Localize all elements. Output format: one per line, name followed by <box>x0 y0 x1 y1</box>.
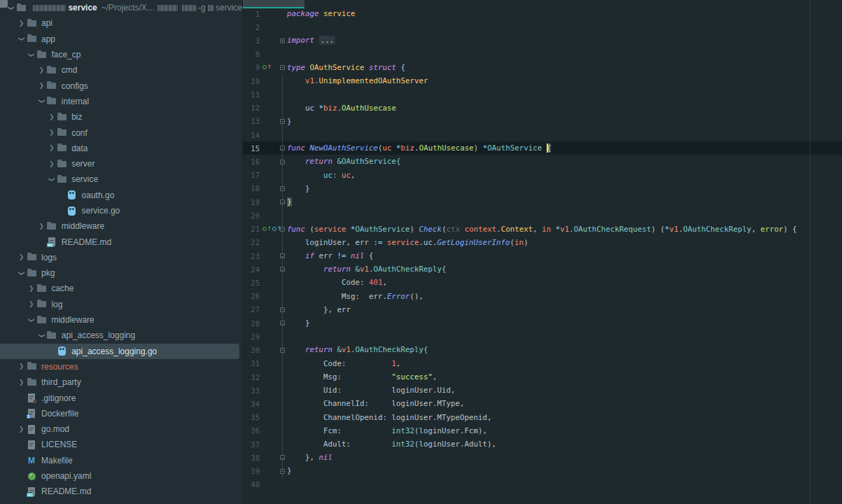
chevron-right-icon[interactable]: ❯ <box>37 83 46 89</box>
editor-tab-indicator[interactable] <box>243 0 304 8</box>
code-line-19[interactable]: 19} <box>243 195 842 209</box>
line-number[interactable]: 38 <box>243 454 261 462</box>
tree-item-readme-md[interactable]: ❯MDREADME.md <box>0 234 242 249</box>
code-line-32[interactable]: 32 Msg: "success", <box>243 370 842 384</box>
tree-item-third-party[interactable]: ❯third_party <box>0 374 242 390</box>
line-number[interactable]: 10 <box>243 77 261 85</box>
code-pane[interactable]: 1package service23import ...89↑type OAut… <box>243 7 842 491</box>
line-number[interactable]: 30 <box>243 346 261 354</box>
chevron-right-icon[interactable]: ❯ <box>47 114 56 120</box>
code-line-37[interactable]: 37 Adult: int32(loginUser.Adult), <box>243 438 842 451</box>
chevron-down-icon[interactable]: ❯ <box>48 175 55 184</box>
code-line-34[interactable]: 34 ChannelId: loginUser.MType, <box>243 397 842 410</box>
line-number[interactable]: 39 <box>243 467 261 475</box>
code-editor[interactable]: 1package service23import ...89↑type OAut… <box>243 0 842 504</box>
line-number[interactable]: 21 <box>243 225 261 233</box>
tree-item-resources[interactable]: ❯resources <box>0 359 242 374</box>
chevron-right-icon[interactable]: ❯ <box>37 223 46 230</box>
tree-item-service[interactable]: ❯service <box>0 172 242 187</box>
code-line-22[interactable]: 22 loginUser, err := service.uc.GetLogin… <box>243 236 842 249</box>
line-number[interactable]: 8 <box>243 50 261 58</box>
chevron-down-icon[interactable]: ❯ <box>8 4 14 13</box>
fold-collapse-icon[interactable] <box>280 267 285 272</box>
fold-collapse-icon[interactable] <box>280 186 285 191</box>
line-number[interactable]: 2 <box>243 23 261 31</box>
fold-collapse-icon[interactable] <box>280 227 285 232</box>
tree-item-dockerfile[interactable]: ❯DDockerfile <box>0 406 242 421</box>
code-line-38[interactable]: 38 }, nil <box>243 451 842 464</box>
code-line-26[interactable]: 26 Msg: err.Error(), <box>243 290 842 303</box>
code-line-36[interactable]: 36 Fcm: int32(loginUser.Fcm), <box>243 424 842 438</box>
code-line-21[interactable]: 21↑↑func (service *OAuthService) Check(c… <box>243 223 842 236</box>
tree-item-middleware[interactable]: ❯middleware <box>0 218 242 234</box>
tree-item-conf[interactable]: ❯conf <box>0 125 242 140</box>
code-line-29[interactable]: 29 <box>243 330 842 343</box>
line-number[interactable]: 1 <box>243 10 261 18</box>
line-number[interactable]: 18 <box>243 184 261 192</box>
tree-item-server[interactable]: ❯server <box>0 156 242 172</box>
tree-item-api-access-logging-go[interactable]: ❯api_access_logging.go <box>0 344 239 359</box>
line-number[interactable]: 24 <box>243 265 261 274</box>
line-number[interactable]: 27 <box>243 305 261 314</box>
fold-collapse-icon[interactable] <box>280 321 285 326</box>
line-number[interactable]: 20 <box>243 211 261 220</box>
fold-collapse-icon[interactable] <box>280 200 285 204</box>
tree-item-cache[interactable]: ❯cache <box>0 281 242 296</box>
tree-item-face-cp[interactable]: ❯face_cp <box>0 47 242 62</box>
line-number[interactable]: 26 <box>243 292 261 300</box>
tree-item-oauth-go[interactable]: ❯oauth.go <box>0 188 242 203</box>
code-line-23[interactable]: 23 if err != nil { <box>243 249 842 262</box>
tree-item-data[interactable]: ❯data <box>0 141 242 156</box>
tree-item-cmd[interactable]: ❯cmd <box>0 62 242 78</box>
code-line-13[interactable]: 13} <box>243 115 842 128</box>
code-line-11[interactable]: 11 <box>243 88 842 101</box>
chevron-down-icon[interactable]: ❯ <box>18 269 24 278</box>
chevron-right-icon[interactable]: ❯ <box>17 426 26 433</box>
line-number[interactable]: 28 <box>243 319 261 328</box>
code-line-18[interactable]: 18 } <box>243 182 842 195</box>
code-line-33[interactable]: 33 Uid: loginUser.Uid, <box>243 384 842 397</box>
line-number[interactable]: 35 <box>243 413 261 421</box>
line-number[interactable]: 15 <box>243 144 261 153</box>
line-number[interactable]: 37 <box>243 440 261 449</box>
tree-item--gitignore[interactable]: ❯.gitignore <box>0 390 242 405</box>
fold-collapse-icon[interactable] <box>280 65 285 70</box>
chevron-right-icon[interactable]: ❯ <box>27 301 36 307</box>
tree-item-readme-md[interactable]: ❯MDREADME.md <box>0 484 242 499</box>
line-number[interactable]: 33 <box>243 386 261 395</box>
chevron-down-icon[interactable]: ❯ <box>28 50 34 59</box>
code-line-30[interactable]: 30 return &v1.OAuthCheckReply{ <box>243 343 842 356</box>
code-line-14[interactable]: 14 <box>243 128 842 141</box>
code-line-17[interactable]: 17 uc: uc, <box>243 169 842 182</box>
project-root-row[interactable]: ❯service~/Projects/X… -gservice <box>0 0 242 15</box>
code-line-27[interactable]: 27 }, err <box>243 303 842 316</box>
code-line-40[interactable]: 40 <box>243 478 842 491</box>
tree-item-makefile[interactable]: ❯MMakefile <box>0 453 242 468</box>
code-line-15[interactable]: 15func NewOAuthService(uc *biz.OAuthUsec… <box>243 141 842 155</box>
line-number[interactable]: 31 <box>243 359 261 368</box>
code-line-12[interactable]: 12 uc *biz.OAuthUsecase <box>243 102 842 115</box>
tree-item-biz[interactable]: ❯biz <box>0 109 242 125</box>
chevron-down-icon[interactable]: ❯ <box>28 316 34 325</box>
line-number[interactable]: 11 <box>243 90 261 99</box>
tree-item-app[interactable]: ❯app <box>0 31 242 47</box>
chevron-right-icon[interactable]: ❯ <box>17 379 26 386</box>
fold-collapse-icon[interactable] <box>280 307 285 312</box>
code-line-8[interactable]: 8 <box>243 48 842 61</box>
tree-item-configs[interactable]: ❯configs <box>0 78 242 93</box>
line-number[interactable]: 36 <box>243 426 261 435</box>
line-number[interactable]: 12 <box>243 104 261 112</box>
chevron-right-icon[interactable]: ❯ <box>47 130 56 136</box>
line-number[interactable]: 22 <box>243 238 261 246</box>
tree-item-api[interactable]: ❯api <box>0 15 242 31</box>
implements-icon[interactable]: ↑ <box>262 226 272 232</box>
chevron-right-icon[interactable]: ❯ <box>37 67 46 74</box>
code-line-3[interactable]: 3import ... <box>243 34 842 47</box>
fold-collapse-icon[interactable] <box>280 455 285 460</box>
tree-item-license[interactable]: ❯LICENSE <box>0 437 242 452</box>
line-number[interactable]: 23 <box>243 252 261 260</box>
line-number[interactable]: 16 <box>243 158 261 166</box>
tree-item-log[interactable]: ❯log <box>0 297 242 312</box>
line-number[interactable]: 40 <box>243 480 261 489</box>
line-number[interactable]: 29 <box>243 332 261 341</box>
